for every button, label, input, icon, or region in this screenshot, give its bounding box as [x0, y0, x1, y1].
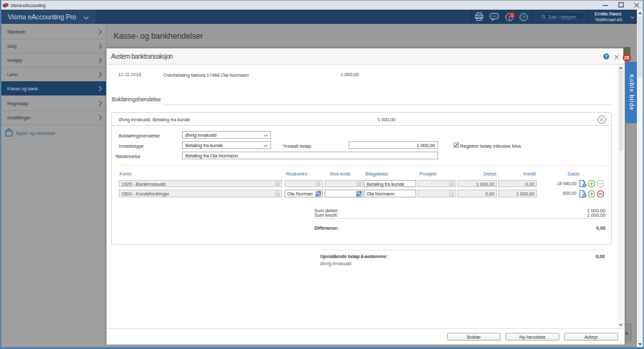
- svg-text:?: ?: [522, 14, 525, 20]
